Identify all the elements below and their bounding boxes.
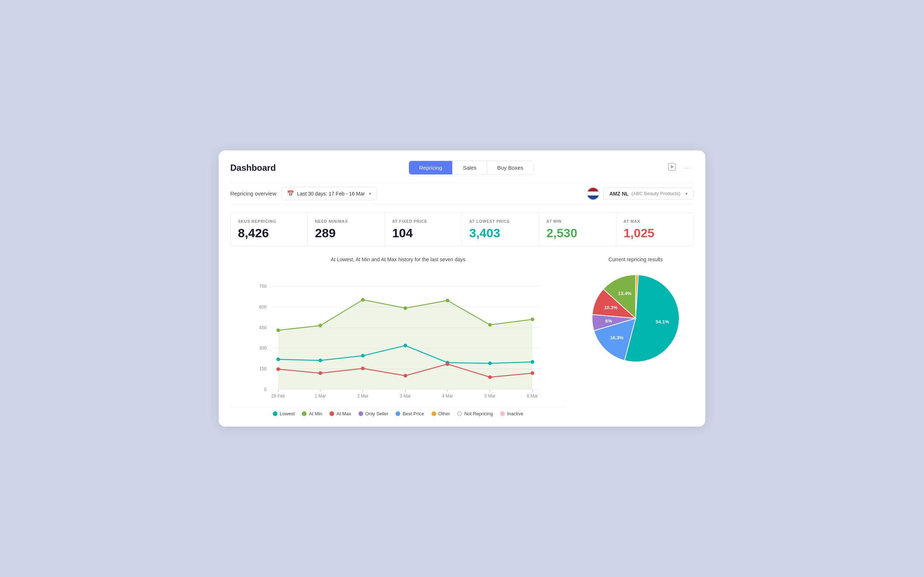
video-icon-button[interactable] <box>667 161 677 174</box>
lowest-dot <box>361 354 365 358</box>
nl-flag <box>587 187 599 200</box>
svg-text:300: 300 <box>259 345 267 351</box>
lowest-dot <box>403 344 407 347</box>
legend-bestprice: Best Price <box>395 411 424 416</box>
legend-onlyseller: Only Seller <box>358 411 389 416</box>
header-tabs: Repricing Sales Buy Boxes <box>408 161 534 175</box>
stat-label-minmax: NEED MIN/MAX <box>315 219 377 224</box>
line-chart-svg: 0 150 300 450 600 750 28 Feb <box>230 266 566 400</box>
legend-atmax: At Max <box>329 411 351 416</box>
chart-legend: Lowest At Min At Max Only Seller Best Pr… <box>230 407 566 416</box>
at-min-dot <box>531 318 534 321</box>
legend-dot-notrepricing <box>457 411 462 416</box>
lowest-dot <box>531 360 534 364</box>
at-max-dot <box>403 374 407 377</box>
stat-at-max: AT MAX 1,025 <box>616 213 693 246</box>
legend-label-atmin: At Min <box>309 411 322 416</box>
svg-text:54.1%: 54.1% <box>656 319 669 324</box>
svg-text:750: 750 <box>259 284 267 289</box>
stat-value-fixed: 104 <box>392 226 454 240</box>
svg-text:1 Mar: 1 Mar <box>315 393 326 398</box>
at-max-dot <box>318 371 322 375</box>
pie-chart-section: Current repricing results 54.1%16.3%6%10… <box>577 256 694 369</box>
line-chart-section: At Lowest, At Min and At Max history for… <box>230 256 566 416</box>
stat-fixed-price: AT FIXED PRICE 104 <box>385 213 462 246</box>
legend-dot-atmin <box>302 411 307 416</box>
stat-value-skus: 8,426 <box>238 226 300 240</box>
svg-text:0: 0 <box>264 387 267 392</box>
stat-need-minmax: NEED MIN/MAX 289 <box>308 213 385 246</box>
lowest-dot <box>318 359 322 362</box>
tab-sales[interactable]: Sales <box>453 161 487 174</box>
stat-label-atmin: AT MIN <box>546 219 608 224</box>
stat-lowest-price: AT LOWEST PRICE 3,403 <box>462 213 539 246</box>
header-actions: ··· <box>667 161 694 174</box>
at-max-dot <box>361 367 365 370</box>
flag-blue <box>587 195 599 200</box>
header: Dashboard Repricing Sales Buy Boxes ··· <box>230 161 694 175</box>
legend-label-lowest: Lowest <box>280 411 294 416</box>
at-min-dot <box>361 298 365 301</box>
at-max-dot <box>446 362 449 366</box>
svg-text:16.3%: 16.3% <box>610 335 623 340</box>
chevron-down-icon: ▾ <box>369 191 371 196</box>
svg-text:6%: 6% <box>606 318 612 324</box>
legend-dot-bestprice <box>395 411 400 416</box>
repricing-overview-label: Repricing overview <box>230 190 276 197</box>
at-min-dot <box>488 323 492 327</box>
legend-dot-atmax <box>329 411 334 416</box>
tab-repricing[interactable]: Repricing <box>409 161 453 174</box>
at-min-dot <box>403 306 407 310</box>
date-range-text: Last 30 days: 17 Feb - 16 Mar <box>297 191 365 197</box>
stats-row: SKUS REPRICING 8,426 NEED MIN/MAX 289 AT… <box>230 212 694 246</box>
stat-label-atmax: AT MAX <box>623 219 686 224</box>
dashboard-container: Dashboard Repricing Sales Buy Boxes ··· … <box>219 150 705 426</box>
tab-buyboxes[interactable]: Buy Boxes <box>487 161 534 174</box>
legend-lowest: Lowest <box>273 411 294 416</box>
stat-label-skus: SKUS REPRICING <box>238 219 300 224</box>
filter-left: Repricing overview 📅 Last 30 days: 17 Fe… <box>230 187 377 200</box>
calendar-icon: 📅 <box>287 190 294 197</box>
legend-notrepricing: Not Repricing <box>457 411 493 416</box>
ellipsis-icon: ··· <box>684 163 692 171</box>
lowest-dot <box>488 361 492 365</box>
legend-atmin: At Min <box>302 411 322 416</box>
date-range-selector[interactable]: 📅 Last 30 days: 17 Feb - 16 Mar ▾ <box>281 187 377 200</box>
marketplace-name: (ABC Beauty Products) <box>632 191 680 196</box>
svg-text:2 Mar: 2 Mar <box>357 393 369 398</box>
svg-text:13.4%: 13.4% <box>618 291 632 296</box>
svg-text:3 Mar: 3 Mar <box>400 393 411 398</box>
charts-area: At Lowest, At Min and At Max history for… <box>230 256 694 416</box>
page-title: Dashboard <box>230 163 276 173</box>
at-min-dot <box>276 329 280 332</box>
play-icon <box>668 163 676 171</box>
legend-inactive: Inactive <box>500 411 523 416</box>
stat-label-lowest: AT LOWEST PRICE <box>469 219 531 224</box>
legend-label-bestprice: Best Price <box>402 411 424 416</box>
svg-text:6 Mar: 6 Mar <box>527 393 538 398</box>
legend-dot-other <box>431 411 436 416</box>
svg-text:600: 600 <box>259 305 267 309</box>
line-chart-wrap: 0 150 300 450 600 750 28 Feb <box>230 266 566 400</box>
at-max-dot <box>531 371 534 375</box>
legend-dot-onlyseller <box>358 411 363 416</box>
stat-value-minmax: 289 <box>315 226 377 240</box>
more-options-button[interactable]: ··· <box>683 162 694 173</box>
chevron-down-icon-marketplace: ▾ <box>685 191 688 196</box>
legend-dot-lowest <box>273 411 278 416</box>
marketplace-selector[interactable]: AMZ NL (ABC Beauty Products) ▾ <box>603 187 694 200</box>
stat-at-min: AT MIN 2,530 <box>539 213 616 246</box>
marketplace-code: AMZ NL <box>609 191 629 197</box>
stat-skus-repricing: SKUS REPRICING 8,426 <box>231 213 308 246</box>
legend-label-notrepricing: Not Repricing <box>464 411 493 416</box>
legend-label-atmax: At Max <box>336 411 351 416</box>
pie-chart-svg: 54.1%16.3%6%10.3%13.4% <box>585 268 686 369</box>
stat-value-lowest: 3,403 <box>469 226 531 240</box>
at-min-dot <box>318 324 322 327</box>
svg-text:4 Mar: 4 Mar <box>442 393 453 398</box>
at-max-dot <box>488 376 492 379</box>
svg-marker-1 <box>671 165 674 169</box>
pie-slices: 54.1%16.3%6%10.3%13.4% <box>592 275 679 362</box>
at-min-dot <box>446 299 449 302</box>
legend-label-other: Other <box>439 411 450 416</box>
